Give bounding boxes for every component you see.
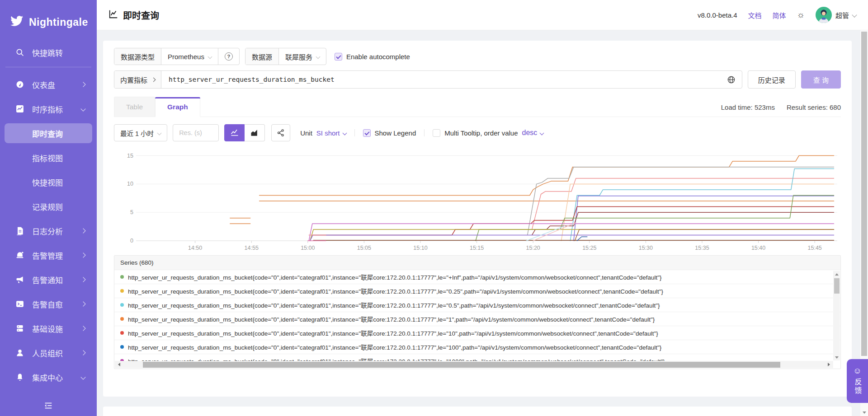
svg-text:14:50: 14:50: [188, 245, 202, 251]
time-range-select[interactable]: 最近 1 小时: [114, 124, 167, 141]
series-color-dot: [120, 303, 124, 307]
line-chart-title-icon: [108, 9, 118, 21]
scroll-down-icon[interactable]: [833, 354, 840, 360]
series-row[interactable]: http_server_ur_requests_duration_ms_buck…: [114, 270, 840, 284]
brand-logo[interactable]: Nightingale: [0, 0, 97, 42]
docs-link[interactable]: 文档: [748, 10, 762, 20]
line-chart-icon: [15, 104, 25, 114]
sidebar-item-快捷跳转[interactable]: 快捷跳转: [0, 42, 97, 62]
load-time-stat: Load time: 523ms: [721, 103, 775, 111]
server-icon: [15, 323, 25, 333]
multi-tooltip-checkbox[interactable]: [433, 129, 440, 137]
menu-fold-icon[interactable]: [0, 401, 97, 411]
chart-canvas: 05101514:5014:5515:0015:0515:1015:1515:2…: [114, 146, 841, 253]
sidebar-item-label: 告警通知: [32, 274, 63, 285]
megaphone-icon: [15, 275, 25, 285]
page-scroll-thumb[interactable]: [861, 32, 867, 356]
series-row[interactable]: http_server_ur_requests_duration_ms_buck…: [114, 298, 840, 312]
search-icon: [15, 47, 25, 57]
datasource-type-select[interactable]: Prometheus: [161, 48, 218, 65]
sidebar-item-集成中心[interactable]: 集成中心: [0, 367, 97, 387]
show-legend-checkbox[interactable]: [363, 129, 371, 137]
scroll-right-icon[interactable]: [826, 361, 833, 368]
sidebar-item-label: 集成中心: [32, 372, 63, 383]
datasource-select[interactable]: 联犀服务: [279, 48, 326, 65]
series-row[interactable]: http_server_ur_requests_duration_ms_buck…: [114, 326, 840, 340]
svg-text:15:00: 15:00: [301, 245, 315, 251]
sidebar-item-告警管理[interactable]: 告警管理: [0, 245, 97, 265]
sidebar-item-label: 人员组织: [32, 347, 63, 359]
series-label: http_server_ur_requests_duration_ms_buck…: [128, 328, 658, 337]
promql-input[interactable]: http_server_ur_requests_duration_ms_buck…: [161, 76, 721, 83]
share-icon[interactable]: [271, 124, 290, 141]
unit-select[interactable]: SI short: [316, 129, 346, 137]
language-link[interactable]: 简体: [773, 10, 786, 20]
order-select[interactable]: desc: [522, 129, 544, 137]
main-content: 数据源类型 Prometheus ? 数据源 联犀服务 Enable autoc…: [97, 30, 868, 416]
chevron-right-icon: [80, 82, 85, 87]
sidebar-item-label: 快捷跳转: [32, 47, 63, 58]
series-label: http_server_ur_requests_duration_ms_buck…: [128, 356, 665, 361]
feedback-button[interactable]: ☺ 反馈: [847, 359, 868, 403]
sidebar-item-人员组织[interactable]: 人员组织: [0, 343, 97, 363]
horizontal-scroll-thumb[interactable]: [143, 362, 780, 368]
timeseries-chart[interactable]: 05101514:5014:5515:0015:0515:1015:1515:2…: [114, 146, 841, 253]
sidebar-item-记录规则[interactable]: 记录规则: [0, 196, 97, 216]
chevron-right-icon: [80, 228, 85, 233]
globe-icon[interactable]: [721, 75, 742, 84]
series-color-dot: [120, 289, 124, 293]
resolution-input[interactable]: Res. (s): [173, 124, 219, 141]
vertical-scroll-thumb[interactable]: [834, 278, 840, 294]
chevron-down-icon: [208, 54, 212, 59]
sidebar-item-即时查询[interactable]: 即时查询: [5, 123, 92, 143]
sidebar-item-label: 告警自愈: [32, 299, 63, 310]
datasource-help[interactable]: ?: [218, 48, 239, 65]
svg-text:14:55: 14:55: [245, 245, 259, 251]
sidebar-item-label: 日志分析: [32, 225, 63, 237]
sidebar-item-指标视图[interactable]: 指标视图: [0, 148, 97, 168]
avatar[interactable]: [816, 7, 832, 23]
sidebar: Nightingale 快捷跳转仪表盘时序指标即时查询指标视图快捷视图记录规则日…: [0, 0, 97, 416]
history-button[interactable]: 历史记录: [748, 70, 796, 89]
datasource-type-group: 数据源类型 Prometheus ?: [114, 48, 240, 65]
series-rows: http_server_ur_requests_duration_ms_buck…: [114, 270, 840, 361]
tab-table[interactable]: Table: [114, 97, 155, 117]
sidebar-item-告警自愈[interactable]: 告警自愈: [0, 294, 97, 314]
chevron-down-icon: [316, 54, 320, 59]
chevron-right-icon: [80, 301, 85, 306]
theme-toggle-icon[interactable]: ☼: [797, 10, 805, 20]
multi-tooltip-label: Multi Tooltip, order value: [444, 129, 518, 137]
scroll-left-icon[interactable]: [115, 361, 122, 368]
svg-text:15:45: 15:45: [808, 245, 822, 251]
svg-text:15:30: 15:30: [639, 245, 653, 251]
page-scroll-down-icon[interactable]: [860, 411, 868, 414]
sidebar-item-告警通知[interactable]: 告警通知: [0, 270, 97, 290]
series-row[interactable]: http_server_ur_requests_duration_ms_buck…: [114, 340, 840, 354]
series-vertical-scrollbar[interactable]: [833, 271, 840, 360]
series-row[interactable]: http_server_ur_requests_duration_ms_buck…: [114, 354, 840, 361]
scroll-up-icon[interactable]: [833, 271, 840, 277]
feedback-label: 反馈: [852, 378, 863, 395]
terminal-icon: [15, 299, 25, 309]
series-horizontal-scrollbar[interactable]: [115, 361, 833, 368]
sidebar-item-仪表盘[interactable]: 仪表盘: [0, 75, 97, 94]
user-menu[interactable]: 超管: [816, 7, 856, 23]
version-label: v8.0.0-beta.4: [698, 11, 737, 19]
autocomplete-checkbox[interactable]: [335, 53, 342, 61]
sidebar-item-时序指标[interactable]: 时序指标: [0, 99, 97, 119]
tab-graph[interactable]: Graph: [155, 97, 200, 117]
sidebar-item-基础设施[interactable]: 基础设施: [0, 318, 97, 338]
metric-query-input[interactable]: 内置指标 http_server_ur_requests_duration_ms…: [114, 70, 742, 89]
series-row[interactable]: http_server_ur_requests_duration_ms_buck…: [114, 312, 840, 326]
line-chart-type-button[interactable]: [224, 124, 245, 141]
series-label: http_server_ur_requests_duration_ms_buck…: [128, 342, 661, 351]
sidebar-item-快捷视图[interactable]: 快捷视图: [0, 172, 97, 192]
query-button[interactable]: 查 询: [801, 70, 841, 89]
datasource-group: 数据源 联犀服务: [245, 48, 326, 65]
sidebar-item-日志分析[interactable]: 日志分析: [0, 221, 97, 241]
series-row[interactable]: http_server_ur_requests_duration_ms_buck…: [114, 284, 840, 298]
page-scrollbar[interactable]: [860, 30, 868, 416]
area-chart-type-button[interactable]: [245, 124, 265, 141]
chevron-right-icon: [151, 77, 156, 82]
builtin-metrics-button[interactable]: 内置指标: [114, 71, 161, 88]
